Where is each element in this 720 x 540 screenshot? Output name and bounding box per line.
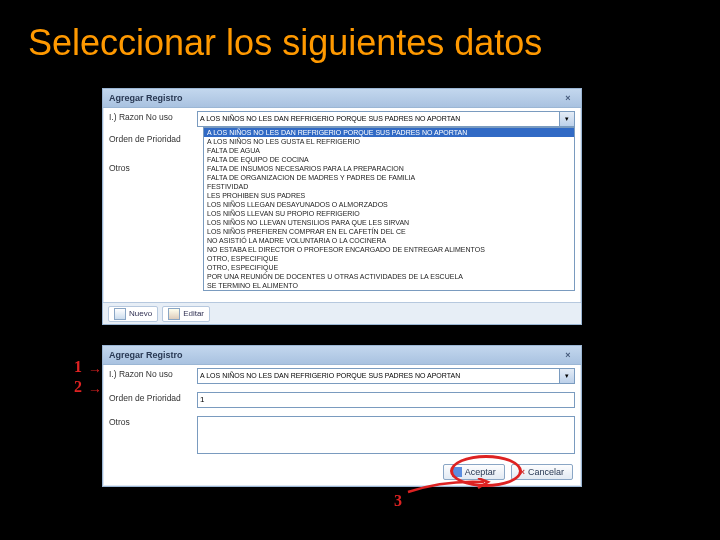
dialog-title: Agregar Registro xyxy=(109,350,183,360)
dropdown-option[interactable]: POR UNA REUNIÓN DE DOCENTES U OTRAS ACTI… xyxy=(204,272,574,281)
annotation-1: 1 xyxy=(74,358,82,376)
dialog-header: Agregar Registro × xyxy=(103,346,581,365)
dropdown-option[interactable]: LOS NIÑOS PREFIEREN COMPRAR EN EL CAFETÍ… xyxy=(204,227,574,236)
dropdown-option[interactable]: LOS NIÑOS NO LLEVAN UTENSILIOS PARA QUE … xyxy=(204,218,574,227)
annotation-3: 3 xyxy=(394,492,402,510)
dropdown-option[interactable]: OTRO, ESPECIFIQUE xyxy=(204,254,574,263)
label-razon: I.) Razon No uso xyxy=(109,368,197,384)
nuevo-button[interactable]: Nuevo xyxy=(108,306,158,322)
annotation-arrow-2: → xyxy=(88,382,102,398)
toolbar: Nuevo Editar xyxy=(103,302,581,324)
razon-select-value: A LOS NIÑOS NO LES DAN REFRIGERIO PORQUE… xyxy=(200,112,572,126)
dropdown-option[interactable]: NO ASISTIÓ LA MADRE VOLUNTARIA O LA COCI… xyxy=(204,236,574,245)
dropdown-option[interactable]: A LOS NIÑOS NO LES DAN REFRIGERIO PORQUE… xyxy=(204,128,574,137)
cancelar-label: Cancelar xyxy=(528,467,564,477)
dropdown-option[interactable]: FALTA DE EQUIPO DE COCINA xyxy=(204,155,574,164)
annotation-arrow-3 xyxy=(404,478,494,498)
edit-icon xyxy=(168,308,180,320)
dialog-agregar-registro-expanded: Agregar Registro × I.) Razon No uso A LO… xyxy=(102,88,582,325)
dropdown-option[interactable]: OTRO, ESPECIFIQUE xyxy=(204,263,574,272)
label-otros: Otros xyxy=(109,416,197,454)
chevron-down-icon[interactable]: ▾ xyxy=(559,112,574,126)
dropdown-option[interactable]: SE TERMINO EL ALIMENTO xyxy=(204,281,574,290)
label-razon: I.) Razon No uso xyxy=(109,111,197,127)
razon-dropdown-list[interactable]: A LOS NIÑOS NO LES DAN REFRIGERIO PORQUE… xyxy=(203,127,575,291)
editar-button[interactable]: Editar xyxy=(162,306,210,322)
dropdown-option[interactable]: NO ESTABA EL DIRECTOR O PROFESOR ENCARGA… xyxy=(204,245,574,254)
label-otros: Otros xyxy=(109,162,197,173)
dropdown-option[interactable]: FESTIVIDAD xyxy=(204,182,574,191)
dropdown-option[interactable]: FALTA DE INSUMOS NECESARIOS PARA LA PREP… xyxy=(204,164,574,173)
label-prioridad: Orden de Prioridad xyxy=(109,392,197,408)
razon-select[interactable]: A LOS NIÑOS NO LES DAN REFRIGERIO PORQUE… xyxy=(197,111,575,127)
dropdown-option[interactable]: FALTA DE ORGANIZACION DE MADRES Y PADRES… xyxy=(204,173,574,182)
label-prioridad: Orden de Prioridad xyxy=(109,133,197,144)
dropdown-option[interactable]: LOS NIÑOS LLEGAN DESAYUNADOS O ALMORZADO… xyxy=(204,200,574,209)
razon-select-value: A LOS NIÑOS NO LES DAN REFRIGERIO PORQUE… xyxy=(200,369,572,383)
page-title: Seleccionar los siguientes datos xyxy=(28,22,542,64)
close-icon[interactable]: × xyxy=(561,348,575,362)
editar-label: Editar xyxy=(183,309,204,318)
prioridad-input[interactable]: 1 xyxy=(197,392,575,408)
dialog-header: Agregar Registro × xyxy=(103,89,581,108)
annotation-arrow-1: → xyxy=(88,362,102,378)
dropdown-option[interactable]: FALTA DE AGUA xyxy=(204,146,574,155)
dropdown-option[interactable]: A LOS NIÑOS NO LES GUSTA EL REFRIGERIO xyxy=(204,137,574,146)
dropdown-option[interactable]: LOS NIÑOS LLEVAN SU PROPIO REFRIGERIO xyxy=(204,209,574,218)
otros-textarea[interactable] xyxy=(197,416,575,454)
razon-select[interactable]: A LOS NIÑOS NO LES DAN REFRIGERIO PORQUE… xyxy=(197,368,575,384)
new-icon xyxy=(114,308,126,320)
dialog-title: Agregar Registro xyxy=(109,93,183,103)
close-icon[interactable]: × xyxy=(561,91,575,105)
nuevo-label: Nuevo xyxy=(129,309,152,318)
annotation-2: 2 xyxy=(74,378,82,396)
dropdown-option[interactable]: LES PROHIBEN SUS PADRES xyxy=(204,191,574,200)
chevron-down-icon[interactable]: ▾ xyxy=(559,369,574,383)
